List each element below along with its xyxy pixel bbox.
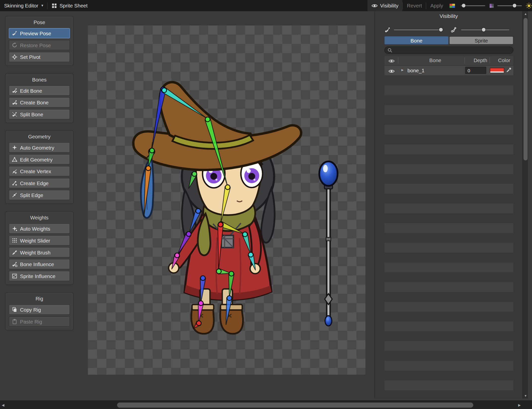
- slider-thumb[interactable]: [482, 28, 486, 32]
- empty-list-row: [384, 164, 513, 174]
- scroll-down-arrow[interactable]: ▼: [523, 393, 528, 399]
- empty-list-row: [384, 322, 513, 331]
- sprite-canvas[interactable]: [88, 25, 365, 375]
- sprite-opacity-slider[interactable]: [497, 5, 522, 6]
- restore-pose-button[interactable]: Restore Pose: [9, 40, 70, 50]
- empty-list-row: [384, 154, 513, 164]
- bone-color-swatch[interactable]: [490, 68, 504, 73]
- edit-geometry-button[interactable]: Edit Geometry: [9, 154, 70, 164]
- pose-toolbox-title: Pose: [9, 18, 70, 27]
- eyedropper-icon[interactable]: [506, 68, 511, 74]
- split-bone-button[interactable]: Split Bone: [9, 109, 70, 119]
- bone-gizmo-feather[interactable]: [144, 168, 151, 217]
- skeleton-overlay[interactable]: [88, 25, 365, 375]
- bone-joint-shoulder_l[interactable]: [192, 172, 197, 176]
- bone-outline-icon: [450, 27, 457, 33]
- create-edge-button[interactable]: Create Edge: [9, 178, 70, 188]
- bone-gizmo-opacity-slider[interactable]: [394, 30, 442, 30]
- sprite-influence-button[interactable]: Sprite Influence: [9, 271, 70, 281]
- revert-button[interactable]: Revert: [403, 0, 426, 11]
- bone-joint-foot_l[interactable]: [196, 321, 201, 326]
- bone-opacity-slider[interactable]: [461, 5, 485, 6]
- empty-list-row: [384, 76, 513, 85]
- visibility-label: Visibility: [380, 3, 399, 8]
- bone-gizmo-leg_r_upper[interactable]: [229, 273, 234, 298]
- button-label: Sprite Influence: [20, 273, 55, 279]
- sprite-overlay-button[interactable]: [488, 0, 495, 11]
- expand-arrow-icon[interactable]: ▸: [401, 67, 404, 72]
- copy-rig-button[interactable]: Copy Rig: [9, 305, 70, 315]
- visibility-toggle-button[interactable]: Visibility: [368, 0, 402, 11]
- preview-pose-button[interactable]: Preview Pose: [9, 28, 70, 38]
- set-pivot-button[interactable]: Set Pivot: [9, 52, 70, 62]
- bone-joint-leg_r_upper[interactable]: [229, 271, 234, 276]
- horizontal-scroll-thumb[interactable]: [117, 403, 473, 408]
- bone-gizmo-leg_l_upper[interactable]: [200, 278, 206, 303]
- bone-gizmo-spine[interactable]: [218, 224, 223, 271]
- button-label: Auto Geometry: [20, 145, 54, 150]
- paste-rig-button[interactable]: Paste Rig: [9, 316, 70, 327]
- slider-thumb[interactable]: [439, 28, 443, 32]
- bone-joint-leg_l_upper[interactable]: [201, 276, 205, 281]
- color-palette-icon: [449, 3, 455, 8]
- bone-gizmo-head_top[interactable]: [163, 88, 207, 118]
- bone-joint-head_top[interactable]: [162, 88, 167, 92]
- create-bone-button[interactable]: Create Bone: [9, 97, 70, 108]
- bone-joint-hip_r[interactable]: [217, 269, 221, 274]
- button-label: Create Edge: [20, 180, 49, 186]
- sprite-sheet-button[interactable]: Sprite Sheet: [48, 0, 92, 11]
- button-label: Restore Pose: [20, 42, 51, 48]
- apply-button[interactable]: Apply: [426, 0, 447, 11]
- tab-sprite[interactable]: Sprite: [449, 36, 513, 44]
- edit-bone-button[interactable]: Edit Bone: [9, 85, 70, 96]
- vertical-scrollbar[interactable]: ▲ ▼: [523, 11, 528, 399]
- scroll-right-arrow[interactable]: ▶: [516, 401, 523, 409]
- bone-gizmo-head[interactable]: [205, 119, 228, 186]
- weight-slider-button[interactable]: Weight Slider: [9, 235, 70, 245]
- bone-joint-spine[interactable]: [218, 222, 223, 227]
- slider-thumb[interactable]: [512, 3, 517, 8]
- overlay-color-button[interactable]: [447, 0, 457, 11]
- bone-gizmo-hat_tip[interactable]: [152, 89, 166, 150]
- skinning-editor-menu[interactable]: Skinning Editor ▾: [0, 0, 47, 11]
- auto-weights-button[interactable]: Auto Weights: [9, 223, 70, 234]
- bone-gizmo-chest[interactable]: [221, 187, 230, 224]
- scroll-up-arrow[interactable]: ▲: [523, 11, 528, 17]
- row-visibility-eye-icon[interactable]: [389, 69, 395, 74]
- bone-joint-feather[interactable]: [146, 166, 151, 170]
- top-toolbar: Skinning Editor ▾ Sprite Sheet Visibilit…: [0, 0, 532, 11]
- slider-thumb[interactable]: [461, 3, 466, 8]
- split-edge-button[interactable]: Split Edge: [9, 190, 70, 200]
- bone-joint-head[interactable]: [205, 117, 210, 122]
- vertical-scroll-thumb[interactable]: [524, 18, 528, 160]
- bone-influence-button[interactable]: Bone Influence: [9, 259, 70, 269]
- bone-row[interactable]: ▸ bone_1: [384, 66, 513, 75]
- weight-brush-button[interactable]: Weight Brush: [9, 247, 70, 257]
- horizontal-scrollbar[interactable]: ◀ ▶: [0, 401, 532, 409]
- empty-list-row: [384, 204, 513, 213]
- search-box[interactable]: [384, 46, 513, 54]
- alpha-strip: [490, 72, 504, 73]
- bone-joint-chest[interactable]: [225, 185, 230, 190]
- button-label: Edit Geometry: [20, 157, 53, 162]
- bone-joint-arm_l_upper[interactable]: [196, 208, 200, 213]
- search-input[interactable]: [394, 47, 510, 53]
- brightness-button[interactable]: [525, 0, 532, 11]
- bone-joint-arm_l_lower[interactable]: [186, 232, 191, 236]
- empty-list-row: [384, 233, 513, 243]
- auto-geometry-button[interactable]: Auto Geometry: [9, 142, 70, 153]
- bone-gizmo-leg_r_lower[interactable]: [226, 298, 232, 325]
- bone-joint-hand_l[interactable]: [175, 253, 179, 258]
- bone-joint-leg_l_lower[interactable]: [198, 301, 203, 306]
- bone-joint-feather_top[interactable]: [150, 148, 154, 153]
- bone-outline-size-slider[interactable]: [461, 30, 509, 30]
- bone-joint-leg_r_lower[interactable]: [227, 296, 232, 300]
- bone-joint-hand_r[interactable]: [248, 252, 253, 257]
- column-divider: [398, 57, 398, 64]
- scroll-left-arrow[interactable]: ◀: [0, 401, 6, 409]
- tab-bone[interactable]: Bone: [384, 36, 448, 44]
- bone-joint-arm_r_lower[interactable]: [243, 232, 247, 237]
- depth-input[interactable]: [465, 67, 486, 74]
- column-divider: [489, 57, 490, 64]
- create-vertex-button[interactable]: Create Vertex: [9, 166, 70, 176]
